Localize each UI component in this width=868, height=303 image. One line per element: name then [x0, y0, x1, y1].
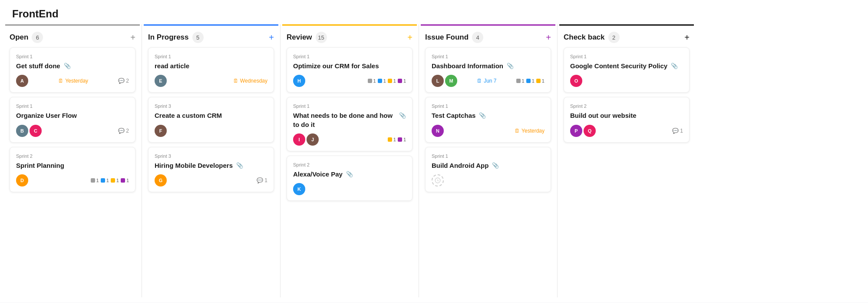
card[interactable]: Sprint 1Get stuff done📎A🗓 Yesterday💬2: [10, 47, 135, 93]
chip-dot: [388, 137, 392, 142]
card[interactable]: Sprint 3Hiring Mobile Developers📎G💬1: [148, 147, 274, 192]
card-title: Optimize our CRM for Sales: [293, 62, 379, 70]
chip: 1: [516, 78, 525, 83]
cards-list-checkback: Sprint 1Google Content Security Policy📎O…: [564, 47, 690, 143]
column-count-checkback: 2: [608, 32, 620, 43]
avatar-group: F: [155, 125, 167, 137]
card[interactable]: Sprint 1Google Content Security Policy📎O: [564, 47, 690, 93]
column-add-btn-open[interactable]: +: [130, 33, 135, 42]
chip: 1: [526, 78, 535, 83]
due-date: 🗓 Wednesday: [233, 78, 267, 84]
avatar-group: A: [16, 75, 28, 87]
card[interactable]: Sprint 2Sprint PlanningD 1 1 1 1: [10, 147, 135, 192]
avatar: O: [570, 75, 582, 87]
avatar: E: [155, 75, 167, 87]
card[interactable]: Sprint 3Create a custom CRMF: [148, 97, 274, 142]
chip-dot: [378, 79, 382, 83]
column-title-issuefound: Issue Found: [425, 33, 469, 42]
column-add-btn-issuefound[interactable]: +: [546, 33, 551, 42]
card[interactable]: Sprint 1Build Android App📎: [425, 147, 551, 192]
chip: 1: [368, 78, 376, 83]
avatar-group: IJ: [293, 133, 319, 146]
calendar-icon: 🗓: [515, 128, 520, 134]
comment-icon: 💬1: [257, 177, 267, 183]
chip-dot: [91, 178, 95, 183]
card[interactable]: Sprint 1Organize User FlowBC💬2: [10, 97, 135, 142]
card-sprint: Sprint 1: [570, 54, 683, 59]
card-title: Sprint Planning: [16, 161, 64, 170]
avatar: [432, 174, 444, 186]
chip: 1: [388, 137, 396, 142]
chip: 1: [398, 78, 406, 83]
avatar: G: [155, 174, 167, 186]
column-checkback: Check back2+Sprint 1Google Content Secur…: [559, 24, 694, 297]
card[interactable]: Sprint 2Build out our websitePQ💬1: [564, 97, 690, 142]
card-title: read article: [155, 62, 189, 70]
avatar-group: E: [155, 75, 167, 87]
chip: 1: [536, 78, 545, 83]
due-date: 🗓 Yesterday: [58, 78, 88, 84]
avatar: B: [16, 125, 28, 137]
calendar-icon: 🗓: [477, 78, 482, 84]
cards-list-open: Sprint 1Get stuff done📎A🗓 Yesterday💬2Spr…: [10, 47, 135, 192]
card-footer: A🗓 Yesterday💬2: [16, 75, 129, 87]
card-sprint: Sprint 1: [16, 54, 129, 59]
column-title-checkback: Check back: [564, 33, 605, 42]
column-count-issuefound: 4: [472, 32, 483, 43]
card-title: What needs to be done and how to do it: [293, 111, 396, 129]
card-sprint: Sprint 1: [16, 103, 129, 109]
avatar: C: [30, 125, 42, 137]
card-footer: D 1 1 1 1: [16, 174, 129, 186]
card[interactable]: Sprint 1Test Captchas📎N🗓 Yesterday: [425, 97, 551, 142]
chip: 1: [101, 178, 109, 183]
avatar: J: [307, 133, 319, 146]
card-footer: BC💬2: [16, 125, 129, 137]
avatar-group: LM: [432, 75, 457, 87]
column-add-btn-review[interactable]: +: [407, 33, 413, 42]
attach-icon: 📎: [671, 63, 678, 69]
board-container: Open6+Sprint 1Get stuff done📎A🗓 Yesterda…: [0, 24, 868, 303]
avatar-group: K: [293, 183, 305, 195]
column-add-btn-inprogress[interactable]: +: [269, 33, 274, 42]
avatar: F: [155, 125, 167, 137]
attach-icon: 📎: [236, 162, 243, 169]
card-footer: [432, 174, 545, 186]
card[interactable]: Sprint 1Optimize our CRM for SalesH 1 1 …: [287, 47, 413, 93]
card-footer: G💬1: [155, 174, 267, 186]
card-sprint: Sprint 1: [293, 103, 406, 109]
card-title: Alexa/Voice Pay: [293, 170, 343, 179]
column-header-checkback: Check back2+: [564, 26, 690, 47]
avatar-group: BC: [16, 125, 42, 137]
card[interactable]: Sprint 1What needs to be done and how to…: [287, 97, 413, 151]
card-sprint: Sprint 1: [432, 54, 545, 59]
card-title: Create a custom CRM: [155, 111, 222, 120]
card-footer: LM🗓 Jun 7 1 1 1: [432, 75, 545, 87]
attach-icon: 📎: [399, 112, 406, 119]
comment-bubble-icon: 💬: [257, 177, 263, 183]
card[interactable]: Sprint 2Alexa/Voice Pay📎K: [287, 156, 413, 201]
card[interactable]: Sprint 1read articleE🗓 Wednesday: [148, 47, 274, 93]
chip: 1: [121, 178, 129, 183]
tag-chips: 1 1 1: [516, 78, 545, 83]
card[interactable]: Sprint 1Dashboard Information📎LM🗓 Jun 7 …: [425, 47, 551, 93]
column-review: Review15+Sprint 1Optimize our CRM for Sa…: [282, 24, 417, 297]
tag-chips: 1 1 1 1: [368, 78, 406, 83]
column-divider: [419, 24, 419, 297]
chip: 1: [111, 178, 119, 183]
column-count-open: 6: [32, 32, 43, 43]
card-footer: IJ 1 1: [293, 133, 406, 146]
calendar-icon: 🗓: [58, 78, 63, 84]
avatar-group: D: [16, 174, 28, 186]
chip-dot: [536, 79, 541, 83]
column-add-btn-checkback[interactable]: +: [684, 33, 690, 42]
comment-count: 2: [126, 78, 129, 84]
tag-chips: 1 1: [388, 137, 406, 142]
attach-icon: 📎: [479, 112, 486, 119]
due-date: 🗓 Jun 7: [477, 78, 496, 84]
attach-icon: 📎: [492, 162, 499, 169]
avatar-group: [432, 174, 444, 186]
attach-icon: 📎: [507, 63, 514, 69]
column-header-inprogress: In Progress5+: [148, 26, 274, 47]
comment-count: 1: [680, 128, 683, 134]
card-title: Get stuff done: [16, 62, 60, 70]
